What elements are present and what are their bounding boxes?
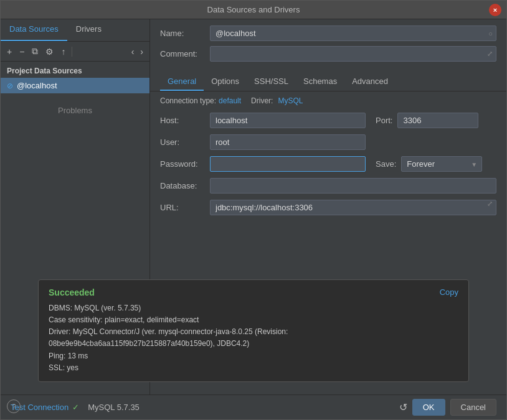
name-expand-icon: ○ xyxy=(488,30,493,37)
comment-input[interactable] xyxy=(210,46,496,62)
datasource-item-localhost[interactable]: ⊘ @localhost xyxy=(1,78,149,93)
host-port-row: Host: Port: xyxy=(160,113,496,128)
url-input[interactable] xyxy=(210,200,496,215)
problems-label: Problems xyxy=(58,106,92,115)
success-line-5: Ping: 13 ms xyxy=(49,350,458,362)
help-button[interactable]: ? xyxy=(7,399,21,413)
sidebar-toolbar: + − ⧉ ⚙ ↑ ‹ › xyxy=(1,42,149,62)
nav-arrows: ‹ › xyxy=(129,45,146,58)
forward-button[interactable]: › xyxy=(138,45,146,58)
driver-value[interactable]: MySQL xyxy=(278,96,303,105)
copy-button[interactable]: Copy xyxy=(440,287,458,297)
comment-label: Comment: xyxy=(160,49,210,58)
sidebar-tabs: Data Sources Drivers xyxy=(1,19,149,42)
copy-datasource-button[interactable]: ⧉ xyxy=(29,45,40,58)
bottom-bar: Test Connection ✓ MySQL 5.7.35 ↺ OK Canc… xyxy=(1,394,506,419)
database-input[interactable] xyxy=(210,178,496,194)
success-header: Succeeded Copy xyxy=(49,287,458,297)
port-input[interactable] xyxy=(397,113,478,128)
save-select-wrapper: Forever Until restart Never ▼ xyxy=(401,156,482,172)
name-input-wrap: ○ xyxy=(210,26,496,41)
form-header: Name: ○ Comment: ⤢ xyxy=(150,19,506,70)
title-bar: Data Sources and Drivers × xyxy=(1,1,506,19)
database-label: Database: xyxy=(160,181,210,190)
dialog: Data Sources and Drivers × Data Sources … xyxy=(0,0,507,420)
close-button[interactable]: × xyxy=(489,4,501,16)
back-button[interactable]: ‹ xyxy=(129,45,137,58)
name-input[interactable] xyxy=(210,26,496,41)
name-row: Name: ○ xyxy=(160,26,496,41)
port-label: Port: xyxy=(376,116,392,125)
tab-drivers[interactable]: Drivers xyxy=(67,19,110,41)
success-line-1: DBMS: MySQL (ver. 5.7.35) xyxy=(49,302,458,314)
driver-label: Driver: xyxy=(251,96,273,105)
tabs-bar: General Options SSH/SSL Schemas Advanced xyxy=(150,73,506,91)
datasource-icon: ⊘ xyxy=(7,82,13,90)
comment-row: Comment: ⤢ xyxy=(160,46,496,62)
connection-type-row: Connection type: default Driver: MySQL xyxy=(150,91,506,110)
cancel-button[interactable]: Cancel xyxy=(450,399,496,416)
success-line-4: 08be9e9b4cba6aa115f9b27b215887af40b159e0… xyxy=(49,338,458,350)
password-row: Password: Save: Forever Until restart Ne… xyxy=(160,156,496,172)
url-expand-icon: ⤢ xyxy=(487,200,493,208)
remove-datasource-button[interactable]: − xyxy=(17,45,27,58)
password-label: Password: xyxy=(160,159,210,169)
datasource-label: @localhost xyxy=(17,81,57,90)
user-input[interactable] xyxy=(210,134,366,150)
project-datasources-label: Project Data Sources xyxy=(1,62,149,78)
tab-advanced[interactable]: Advanced xyxy=(344,73,396,91)
mysql-version: MySQL 5.7.35 xyxy=(88,403,140,412)
ok-button[interactable]: OK xyxy=(412,399,445,416)
undo-button[interactable]: ↺ xyxy=(399,401,407,413)
comment-input-wrap: ⤢ xyxy=(210,46,496,62)
test-check-icon: ✓ xyxy=(72,403,79,412)
user-row: User: xyxy=(160,134,496,150)
success-line-3: Driver: MySQL Connector/J (ver. mysql-co… xyxy=(49,326,458,338)
tab-options[interactable]: Options xyxy=(204,73,247,91)
tab-schemas[interactable]: Schemas xyxy=(296,73,344,91)
tab-general[interactable]: General xyxy=(160,73,204,91)
success-popup: Succeeded Copy DBMS: MySQL (ver. 5.7.35)… xyxy=(38,279,469,382)
name-label: Name: xyxy=(160,29,210,38)
host-input[interactable] xyxy=(210,113,366,128)
export-datasource-button[interactable]: ↑ xyxy=(59,45,68,58)
success-line-2: Case sensitivity: plain=exact, delimited… xyxy=(49,314,458,326)
success-line-6: SSL: yes xyxy=(49,362,458,374)
url-label: URL: xyxy=(160,203,210,212)
dialog-title: Data Sources and Drivers xyxy=(207,5,300,14)
comment-expand-icon: ⤢ xyxy=(487,50,493,58)
url-row: URL: ⤢ xyxy=(160,200,496,215)
test-connection-button[interactable]: Test Connection ✓ MySQL 5.7.35 xyxy=(11,403,140,412)
bottom-right: ↺ OK Cancel xyxy=(399,399,496,416)
host-label: Host: xyxy=(160,116,210,125)
url-input-wrap: ⤢ xyxy=(210,200,496,215)
toolbar-divider xyxy=(72,47,72,57)
tab-data-sources[interactable]: Data Sources xyxy=(1,19,67,41)
success-title: Succeeded xyxy=(49,287,95,297)
settings-datasource-button[interactable]: ⚙ xyxy=(43,45,56,58)
tab-sshssl[interactable]: SSH/SSL xyxy=(247,73,296,91)
database-row: Database: xyxy=(160,178,496,194)
user-label: User: xyxy=(160,138,210,147)
save-select[interactable]: Forever Until restart Never xyxy=(401,156,482,172)
success-text: DBMS: MySQL (ver. 5.7.35) Case sensitivi… xyxy=(49,302,458,374)
problems-area: Problems xyxy=(1,93,149,128)
save-label: Save: xyxy=(376,159,396,169)
connection-type-value[interactable]: default xyxy=(219,96,241,105)
add-datasource-button[interactable]: + xyxy=(4,45,14,58)
connection-type-label: Connection type: xyxy=(160,96,216,105)
password-input[interactable] xyxy=(210,156,366,172)
